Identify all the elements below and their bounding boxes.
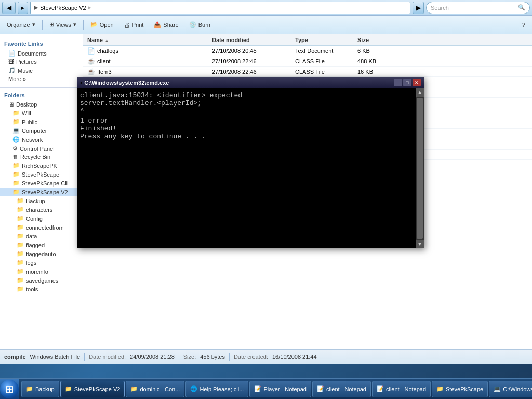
savedgames-icon: 📁: [17, 277, 24, 284]
cmd-titlebar[interactable]: ▪ C:\Windows\system32\cmd.exe — □ ✕: [77, 77, 424, 88]
status-modified-label: Date modified:: [89, 354, 126, 360]
burn-button[interactable]: 💿 Burn: [184, 18, 215, 32]
file-name: chatlogs: [97, 48, 118, 54]
sidebar-item-recycle-bin[interactable]: 🗑 Recycle Bin: [0, 153, 83, 161]
forward-button[interactable]: ▸: [18, 2, 28, 14]
documents-icon: 📄: [8, 50, 16, 57]
taskbar-item-stevepkscape[interactable]: 📁 StevePkScape: [432, 381, 488, 397]
config-icon: 📁: [17, 215, 24, 222]
taskbar-item-help[interactable]: 🌐 Help Please; cli...: [185, 381, 248, 397]
share-icon: 📤: [154, 21, 161, 28]
sidebar-item-data[interactable]: 📁 data: [0, 232, 83, 241]
go-button[interactable]: ▶: [413, 2, 424, 14]
sidebar-item-stevepkscape-cli[interactable]: 📁 StevePkScape Cli: [0, 179, 83, 188]
taskbar-item-client-notepad-1[interactable]: 📝 client - Notepad: [312, 381, 371, 397]
table-row[interactable]: 📄chatlogs27/10/2008 20:45Text Document6 …: [83, 46, 532, 56]
data-icon: 📁: [17, 233, 24, 240]
sidebar-item-flaggedauto[interactable]: 📁 flaggedauto: [0, 249, 83, 258]
col-header-type[interactable]: Type: [291, 37, 353, 43]
characters-icon: 📁: [17, 206, 24, 213]
sidebar-item-more[interactable]: More »: [0, 75, 83, 83]
taskbar-cmd-icon: 💻: [494, 385, 501, 392]
file-type: CLASS File: [291, 58, 353, 64]
status-size-label: Size:: [183, 354, 196, 360]
sidebar-item-pictures[interactable]: 🖼 Pictures: [0, 58, 83, 66]
open-label: Open: [100, 22, 114, 28]
views-arrow: ▾: [73, 21, 76, 28]
taskbar-item-backup[interactable]: 📁 Backup: [21, 381, 59, 397]
share-label: Share: [163, 22, 178, 28]
sidebar-item-control-panel[interactable]: ⚙ Control Panel: [0, 144, 83, 153]
taskbar-item-cmd[interactable]: 💻 C:\Windows\sy...: [489, 381, 532, 397]
sidebar-item-public[interactable]: 📁 Public: [0, 117, 83, 126]
sidebar-item-backup[interactable]: 📁 Backup: [0, 196, 83, 205]
taskbar-help-icon: 🌐: [190, 385, 197, 392]
taskbar-backup-icon: 📁: [26, 385, 33, 392]
logs-icon: 📁: [17, 259, 24, 266]
backup-icon: 📁: [17, 197, 24, 204]
cmd-scroll-thumb[interactable]: [417, 98, 423, 239]
back-button[interactable]: ◀: [2, 2, 16, 14]
sidebar-item-logs[interactable]: 📁 logs: [0, 258, 83, 267]
col-header-size[interactable]: Size: [353, 37, 395, 43]
taskbar: ⊞ 📁 Backup 📁 StevePkScape V2 📁 dominic -…: [0, 378, 532, 399]
share-button[interactable]: 📤 Share: [149, 18, 183, 32]
richscapepk-icon: 📁: [12, 162, 20, 169]
connectedfrom-icon: 📁: [17, 224, 24, 231]
open-button[interactable]: 📂 Open: [86, 18, 118, 32]
sidebar-item-savedgames[interactable]: 📁 savedgames: [0, 276, 83, 285]
address-path[interactable]: ▶ StevePkScape V2 ▸: [30, 2, 410, 14]
views-button[interactable]: ⊞ Views ▾: [45, 18, 81, 32]
sidebar-item-tools[interactable]: 📁 tools: [0, 285, 83, 294]
sidebar-item-connectedfrom[interactable]: 📁 connectedfrom: [0, 223, 83, 232]
sidebar-item-computer[interactable]: 💻 Computer: [0, 126, 83, 135]
taskbar-item-stevepkscape-v2[interactable]: 📁 StevePkScape V2: [60, 381, 125, 397]
taskbar-client-notepad-1-icon: 📝: [317, 385, 324, 392]
cmd-minimize-button[interactable]: —: [394, 79, 402, 86]
help-button[interactable]: ?: [517, 18, 530, 32]
sidebar-item-music[interactable]: 🎵 Music: [0, 66, 83, 75]
start-orb: ⊞: [0, 380, 19, 398]
sidebar-item-will[interactable]: 📁 Will: [0, 109, 83, 117]
open-icon: 📂: [90, 21, 98, 28]
col-header-date[interactable]: Date modified: [208, 37, 291, 43]
print-button[interactable]: 🖨 Print: [119, 18, 149, 32]
sidebar-item-moreinfo[interactable]: 📁 moreinfo: [0, 267, 83, 276]
table-row[interactable]: ☕Item327/10/2008 22:46CLASS File16 KB: [83, 66, 532, 77]
start-button[interactable]: ⊞: [0, 379, 19, 400]
sidebar-item-stevepkscape[interactable]: 📁 StevePkScape: [0, 170, 83, 179]
sidebar-item-config[interactable]: 📁 Config: [0, 214, 83, 223]
cmd-close-button[interactable]: ✕: [413, 79, 421, 86]
flaggedauto-icon: 📁: [17, 250, 24, 257]
file-type: Text Document: [291, 48, 353, 54]
cmd-maximize-button[interactable]: □: [403, 79, 411, 86]
sidebar-item-network[interactable]: 🌐 Network: [0, 135, 83, 144]
cmd-scrollbar[interactable]: ▲ ▼: [416, 88, 424, 248]
stevepkscape-icon: 📁: [12, 171, 20, 178]
sidebar-separator: [0, 87, 83, 88]
file-name: client: [97, 58, 111, 64]
sidebar-item-richscapepk[interactable]: 📁 RichScapePK: [0, 161, 83, 170]
taskbar-stevepkscape-v2-icon: 📁: [65, 385, 72, 392]
cmd-scroll-down[interactable]: ▼: [416, 240, 424, 248]
cmd-scroll-up[interactable]: ▲: [416, 88, 424, 97]
table-row[interactable]: ☕client27/10/2008 22:46CLASS File488 KB: [83, 56, 532, 66]
sidebar-item-desktop[interactable]: 🖥 Desktop: [0, 100, 83, 109]
sidebar-item-stevepkscape-v2[interactable]: 📁 StevePkScape V2: [0, 188, 83, 196]
file-icon: 📄: [87, 47, 95, 55]
stevepkscape-v2-icon: 📁: [12, 189, 20, 195]
taskbar-item-dominic[interactable]: 📁 dominic - Con...: [126, 381, 184, 397]
address-bar: ◀ ▸ ▶ StevePkScape V2 ▸ ▶ Search 🔍: [0, 0, 532, 16]
search-box[interactable]: Search 🔍: [426, 2, 530, 14]
taskbar-item-client-notepad-2[interactable]: 📝 client - Notepad: [372, 381, 431, 397]
toolbar-sep-1: [42, 20, 43, 30]
taskbar-item-player-notepad[interactable]: 📝 Player - Notepad: [249, 381, 311, 397]
help-label: ?: [522, 22, 525, 28]
file-list-header: Name ▲ Date modified Type Size: [83, 34, 532, 46]
sidebar-item-flagged[interactable]: 📁 flagged: [0, 241, 83, 249]
col-header-name[interactable]: Name ▲: [83, 37, 208, 43]
organize-button[interactable]: Organize ▾: [2, 18, 40, 32]
sidebar-item-characters[interactable]: 📁 characters: [0, 205, 83, 214]
sidebar-item-documents[interactable]: 📄 Documents: [0, 49, 83, 58]
tools-icon: 📁: [17, 286, 24, 292]
